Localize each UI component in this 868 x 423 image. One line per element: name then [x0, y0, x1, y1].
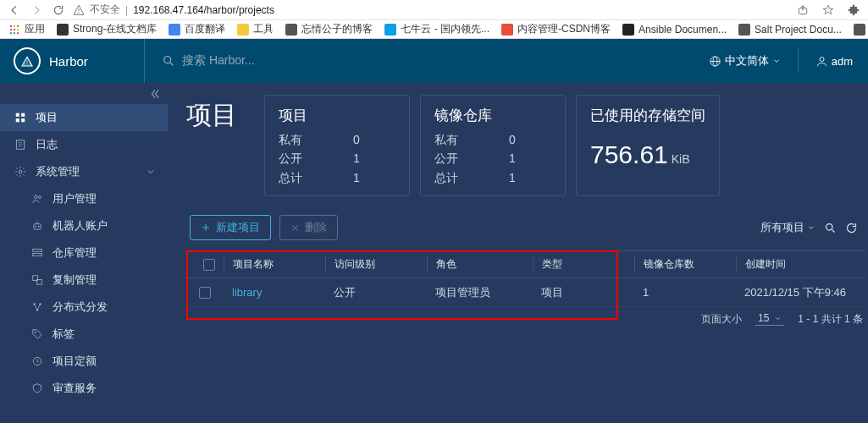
- svg-line-54: [832, 229, 834, 232]
- svg-rect-36: [34, 224, 41, 229]
- svg-point-9: [10, 31, 12, 33]
- chevron-down-icon: [772, 57, 781, 65]
- chevron-down-icon: [774, 315, 782, 322]
- sidebar-item-label: 日志: [36, 137, 58, 152]
- col-access[interactable]: 访问级别: [325, 256, 427, 273]
- sidebar-item-label: 复制管理: [53, 272, 97, 288]
- language-selector[interactable]: 中文简体: [709, 53, 781, 69]
- bookmark-item[interactable]: docker: [854, 24, 868, 36]
- svg-point-47: [35, 332, 36, 333]
- bookmark-favicon: [738, 24, 750, 36]
- search-icon[interactable]: [824, 222, 837, 234]
- bookmark-item[interactable]: Salt Project Docu...: [738, 24, 842, 36]
- chevron-double-left-icon: [149, 88, 161, 100]
- registry-icon: [30, 246, 44, 260]
- svg-point-37: [35, 226, 36, 228]
- col-created[interactable]: 创建时间: [736, 256, 867, 273]
- svg-point-5: [17, 25, 19, 26]
- card-projects: 项目 私有0 公开1 总计1: [264, 95, 410, 196]
- star-icon[interactable]: [821, 3, 836, 18]
- sidebar-item-label: 项目定额: [53, 354, 97, 369]
- logs-icon: [14, 138, 27, 151]
- svg-point-6: [10, 28, 12, 30]
- sidebar: 项目 日志 系统管理 用户管理 机器人账户 仓库管理 复制管理: [0, 83, 168, 423]
- bookmark-label: 内容管理-CSDN博客: [517, 22, 611, 36]
- sidebar-item-audit[interactable]: 审查服务: [0, 375, 168, 402]
- apps-button[interactable]: 应用: [8, 22, 45, 36]
- bookmark-label: Strong-在线文档库: [73, 22, 157, 36]
- bookmark-favicon: [384, 24, 396, 36]
- filter-dropdown[interactable]: 所有项目: [760, 220, 815, 235]
- stat-label: 私有: [434, 130, 458, 149]
- global-search[interactable]: 搜索 Harbor...: [144, 39, 694, 83]
- nav-forward-icon[interactable]: [29, 3, 44, 18]
- bookmark-item[interactable]: Strong-在线文档库: [57, 22, 157, 36]
- sidebar-item-users[interactable]: 用户管理: [0, 185, 168, 212]
- puzzle-icon[interactable]: [846, 3, 861, 18]
- tag-icon: [30, 327, 44, 341]
- sidebar-item-registries[interactable]: 仓库管理: [0, 239, 168, 266]
- bookmark-item[interactable]: 忘情公子的博客: [285, 22, 373, 36]
- bookmark-label: Salt Project Docu...: [755, 24, 842, 36]
- bookmarks-bar: 应用 Strong-在线文档库百度翻译工具忘情公子的博客七牛云 - 国内领先..…: [0, 20, 868, 39]
- svg-point-33: [19, 170, 22, 173]
- col-role[interactable]: 角色: [427, 256, 533, 273]
- unsafe-label: 不安全: [90, 3, 120, 17]
- sidebar-item-projects[interactable]: 项目: [0, 104, 168, 131]
- harbor-logo-icon: [19, 53, 35, 69]
- apps-label: 应用: [25, 22, 45, 36]
- bookmark-item[interactable]: Ansible Documen...: [622, 24, 727, 36]
- col-name[interactable]: 项目名称: [224, 256, 325, 273]
- share-icon[interactable]: [795, 3, 810, 18]
- close-icon: [290, 223, 300, 233]
- bookmark-item[interactable]: 七牛云 - 国内领先...: [384, 22, 489, 36]
- user-menu[interactable]: adm: [815, 55, 853, 68]
- row-checkbox[interactable]: [199, 287, 211, 299]
- page-size-select[interactable]: 15: [755, 312, 784, 326]
- users-icon: [30, 192, 44, 206]
- refresh-icon[interactable]: [845, 222, 858, 234]
- storage-value: 756.61: [590, 140, 668, 169]
- new-project-button[interactable]: 新建项目: [190, 215, 271, 240]
- svg-point-34: [35, 195, 38, 199]
- card-title: 项目: [279, 106, 395, 125]
- shield-icon: [30, 382, 44, 395]
- table-row[interactable]: library 公开 项目管理员 项目 1 2021/12/15 下午9:46: [186, 278, 866, 307]
- sidebar-item-label: 仓库管理: [53, 245, 97, 261]
- card-title: 镜像仓库: [434, 106, 551, 125]
- globe-icon: [709, 55, 721, 68]
- nav-reload-icon[interactable]: [51, 3, 66, 18]
- select-all-checkbox[interactable]: [203, 259, 215, 271]
- sidebar-item-quota[interactable]: 项目定额: [0, 348, 168, 375]
- project-link[interactable]: library: [232, 286, 262, 299]
- sidebar-item-labels[interactable]: 标签: [0, 321, 168, 348]
- gear-icon: [14, 165, 27, 179]
- bookmark-item[interactable]: 百度翻译: [169, 22, 225, 36]
- sidebar-collapse-button[interactable]: [0, 83, 168, 104]
- sidebar-item-sysmgmt[interactable]: 系统管理: [0, 158, 168, 185]
- language-label: 中文简体: [725, 53, 769, 69]
- pager-summary: 1 - 1 共计 1 条: [798, 312, 863, 327]
- harbor-logo[interactable]: Harbor: [0, 47, 144, 74]
- address-bar[interactable]: 不安全 | 192.168.47.164/harbor/projects: [73, 3, 788, 17]
- svg-rect-40: [33, 249, 42, 251]
- svg-rect-41: [33, 254, 42, 256]
- sidebar-item-label: 项目: [36, 110, 58, 125]
- col-type[interactable]: 类型: [533, 256, 634, 273]
- sidebar-item-replication[interactable]: 复制管理: [0, 266, 168, 294]
- stat-value: 1: [353, 149, 360, 168]
- bookmark-favicon: [57, 24, 69, 36]
- bookmark-item[interactable]: 内容管理-CSDN博客: [501, 22, 611, 36]
- svg-rect-25: [16, 113, 19, 117]
- bookmark-label: Ansible Documen...: [639, 24, 727, 36]
- col-repos[interactable]: 镜像仓库数: [634, 256, 736, 273]
- sidebar-item-robots[interactable]: 机器人账户: [0, 212, 168, 239]
- apps-icon: [8, 24, 20, 36]
- stat-value: 1: [353, 168, 360, 187]
- nav-back-icon[interactable]: [7, 3, 22, 18]
- bookmark-item[interactable]: 工具: [237, 22, 274, 36]
- sidebar-item-logs[interactable]: 日志: [0, 131, 168, 158]
- bookmark-label: 忘情公子的博客: [301, 22, 373, 36]
- sidebar-item-distribution[interactable]: 分布式分发: [0, 294, 168, 321]
- bookmark-favicon: [237, 24, 249, 36]
